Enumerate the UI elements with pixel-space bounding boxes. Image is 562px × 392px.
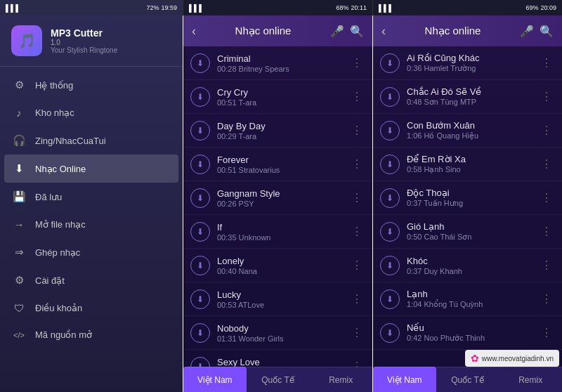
list-item[interactable]: ⬇ If 00:35 Unknown ⋮ [183, 215, 372, 249]
status-bar-right: ▌▌▌ 69% 20:09 [372, 0, 562, 15]
nav-label-nhac-online: Nhạc Online [35, 164, 86, 174]
list-item[interactable]: ⬇ Độc Thoại 0:37 Tuấn Hưng ⋮ [373, 181, 562, 215]
sidebar: 🎵 MP3 Cutter 1.0 Your Stylish Ringtone ⚙… [0, 15, 183, 392]
song-meta: 0:48 Sơn Tùng MTP [407, 98, 538, 107]
panel-1-bottom-tabs: Việt Nam Quốc Tế Remix [183, 367, 372, 392]
song-info: Lonely 00:40 Nana [217, 256, 348, 275]
download-button[interactable]: ⬇ [380, 222, 400, 242]
song-menu-icon[interactable]: ⋮ [538, 289, 555, 308]
download-button[interactable]: ⬇ [190, 222, 210, 242]
list-item[interactable]: ⬇ Cry Cry 00:51 T-ara ⋮ [183, 80, 372, 114]
tab-p2-remix[interactable]: Remix [499, 367, 562, 392]
download-button[interactable]: ⬇ [190, 121, 210, 141]
download-button[interactable]: ⬇ [190, 256, 210, 275]
download-button[interactable]: ⬇ [190, 155, 210, 174]
song-info: Lạnh 1:04 Khổng Tú Quỳnh [407, 289, 538, 309]
list-item[interactable]: ⬇ Gió Lạnh 0:50 Cao Thái Sơn ⋮ [373, 215, 562, 249]
tab-p1-remix[interactable]: Remix [309, 367, 372, 392]
download-button[interactable]: ⬇ [380, 87, 400, 107]
panel-1-song-list[interactable]: ⬇ Criminal 00:28 Britney Spears ⋮ ⬇ Cry … [183, 46, 372, 367]
download-button[interactable]: ⬇ [380, 155, 400, 174]
list-item[interactable]: ⬇ Lucky 00:53 ATLove ⋮ [183, 282, 372, 316]
app-version: 1.0 [51, 39, 117, 46]
sidebar-item-zing[interactable]: 🎧 Zing/NhacCuaTui [0, 126, 183, 155]
song-meta: 00:53 ATLove [217, 301, 348, 309]
tab-p1-viet-nam[interactable]: Việt Nam [183, 367, 247, 392]
mic-icon-panel1[interactable]: 🎤 [330, 25, 344, 38]
gear-icon: ⚙ [13, 79, 25, 91]
download-button[interactable]: ⬇ [190, 323, 210, 343]
sidebar-item-nhac-online[interactable]: ⬇ Nhạc Online [4, 155, 178, 183]
list-item[interactable]: ⬇ Để Em Rời Xa 0:58 Hạnh Sino ⋮ [373, 148, 562, 181]
song-menu-icon[interactable]: ⋮ [348, 256, 365, 275]
nav-label-ma-nguon-mo: Mã nguồn mở [35, 329, 92, 340]
song-meta: 00:51 T-ara [217, 98, 348, 107]
list-item[interactable]: ⬇ Criminal 00:28 Britney Spears ⋮ [183, 46, 372, 80]
list-item[interactable]: ⬇ Day By Day 00:29 T-ara ⋮ [183, 114, 372, 148]
sidebar-item-ma-nguon-mo[interactable]: </> Mã nguồn mở [0, 322, 183, 348]
battery-right: 69% [525, 4, 538, 11]
download-button[interactable]: ⬇ [380, 289, 400, 309]
song-menu-icon[interactable]: ⋮ [538, 53, 555, 72]
open-file-icon: → [13, 218, 25, 230]
nav-label-mo-file: Mở file nhạc [35, 219, 86, 230]
sidebar-item-cai-dat[interactable]: ⚙ Cài đặt [0, 266, 183, 294]
list-item[interactable]: ⬇ Sexy Love 00:11 ⋮ [183, 350, 372, 367]
download-button[interactable]: ⬇ [380, 53, 400, 73]
download-button[interactable]: ⬇ [190, 289, 210, 309]
list-item[interactable]: ⬇ Chắc Ai Đó Sẽ Về 0:48 Sơn Tùng MTP ⋮ [373, 80, 562, 114]
song-menu-icon[interactable]: ⋮ [538, 121, 555, 140]
list-item[interactable]: ⬇ Khóc 0:37 Duy Khanh ⋮ [373, 249, 562, 282]
song-title: Day By Day [217, 121, 348, 131]
song-meta: 01:31 Wonder Girls [217, 334, 348, 343]
tab-p2-viet-nam[interactable]: Việt Nam [373, 367, 436, 392]
sidebar-item-ghep-nhac[interactable]: ⇒ Ghép nhạc [0, 238, 183, 266]
list-item[interactable]: ⬇ Nobody 01:31 Wonder Girls ⋮ [183, 316, 372, 350]
download-button[interactable]: ⬇ [190, 188, 210, 208]
song-menu-icon[interactable]: ⋮ [348, 188, 365, 207]
list-item[interactable]: ⬇ Lonely 00:40 Nana ⋮ [183, 249, 372, 282]
song-menu-icon[interactable]: ⋮ [348, 53, 365, 72]
song-menu-icon[interactable]: ⋮ [348, 357, 365, 367]
song-menu-icon[interactable]: ⋮ [348, 222, 365, 241]
panel-2-title: Nhạc online [391, 25, 514, 37]
back-icon-panel1[interactable]: ‹ [192, 24, 196, 39]
song-menu-icon[interactable]: ⋮ [538, 155, 555, 174]
song-menu-icon[interactable]: ⋮ [538, 256, 555, 275]
song-menu-icon[interactable]: ⋮ [348, 289, 365, 308]
sidebar-item-dieu-khoan[interactable]: 🛡 Điều khoản [0, 294, 183, 322]
list-item[interactable]: ⬇ Forever 00:51 Stratovarius ⋮ [183, 148, 372, 181]
song-menu-icon[interactable]: ⋮ [348, 121, 365, 140]
list-item[interactable]: ⬇ Gangnam Style 00:26 PSY ⋮ [183, 181, 372, 215]
list-item[interactable]: ⬇ Nếu 0:42 Noo Phước Thinh ⋮ [373, 316, 562, 350]
list-item[interactable]: ⬇ Lạnh 1:04 Khổng Tú Quỳnh ⋮ [373, 282, 562, 316]
tab-p2-quoc-te[interactable]: Quốc Tế [436, 367, 499, 392]
sidebar-item-da-luu[interactable]: 💾 Đã lưu [0, 183, 183, 211]
download-button[interactable]: ⬇ [380, 256, 400, 275]
download-button[interactable]: ⬇ [190, 87, 210, 107]
song-menu-icon[interactable]: ⋮ [538, 188, 555, 207]
mic-icon-panel2[interactable]: 🎤 [520, 25, 534, 38]
song-menu-icon[interactable]: ⋮ [538, 222, 555, 241]
back-icon-panel2[interactable]: ‹ [381, 24, 386, 39]
search-icon-panel1[interactable]: 🔍 [350, 25, 364, 38]
nav-label-da-luu: Đã lưu [35, 192, 62, 202]
sidebar-item-he-thong[interactable]: ⚙ Hệ thống [0, 71, 183, 99]
download-button[interactable]: ⬇ [380, 121, 400, 141]
download-button[interactable]: ⬇ [190, 357, 210, 367]
list-item[interactable]: ⬇ Con Bướm Xuân 1:06 Hồ Quang Hiệu ⋮ [373, 114, 562, 148]
song-menu-icon[interactable]: ⋮ [348, 323, 365, 342]
list-item[interactable]: ⬇ Ai Rồi Cũng Khác 0:36 Hamlet Trường ⋮ [373, 46, 562, 80]
panel-2-song-list[interactable]: ⬇ Ai Rồi Cũng Khác 0:36 Hamlet Trường ⋮ … [373, 46, 562, 367]
download-button[interactable]: ⬇ [380, 188, 400, 208]
sidebar-item-mo-file[interactable]: → Mở file nhạc [0, 211, 183, 238]
song-menu-icon[interactable]: ⋮ [348, 155, 365, 174]
song-menu-icon[interactable]: ⋮ [348, 87, 365, 106]
search-icon-panel2[interactable]: 🔍 [540, 25, 554, 38]
sidebar-item-kho-nhac[interactable]: ♪ Kho nhạc [0, 99, 183, 126]
song-menu-icon[interactable]: ⋮ [538, 87, 555, 106]
download-button[interactable]: ⬇ [380, 323, 400, 343]
song-menu-icon[interactable]: ⋮ [538, 323, 555, 342]
tab-p1-quoc-te[interactable]: Quốc Tế [247, 367, 310, 392]
download-button[interactable]: ⬇ [190, 53, 210, 73]
